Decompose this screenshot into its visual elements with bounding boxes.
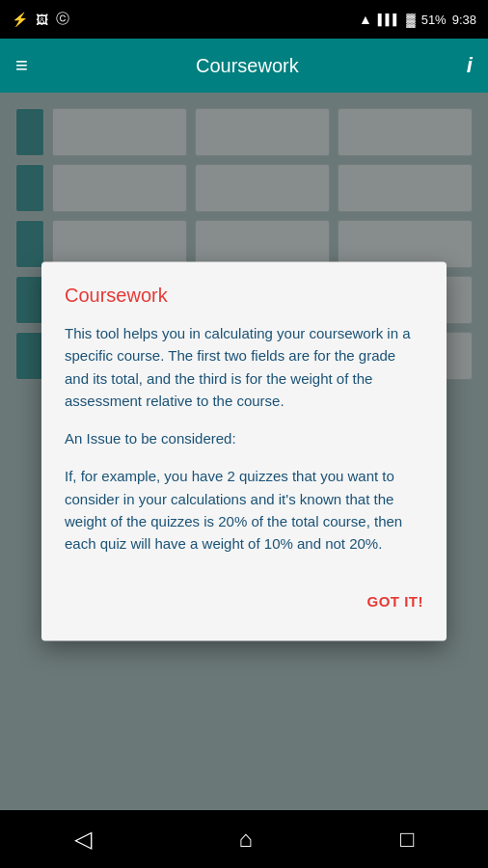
menu-button[interactable]: ≡ bbox=[15, 53, 28, 78]
app-bar-title: Coursework bbox=[196, 55, 299, 77]
image-icon: 🖼 bbox=[36, 13, 48, 27]
dialog-paragraph1: This tool helps you in calculating your … bbox=[65, 322, 423, 412]
dialog-subheading: An Issue to be considered: bbox=[65, 427, 423, 449]
dialog-actions: GOT IT! bbox=[65, 586, 423, 618]
time: 9:38 bbox=[452, 13, 476, 27]
got-it-button[interactable]: GOT IT! bbox=[367, 586, 424, 618]
battery-percent: 51% bbox=[421, 13, 447, 27]
main-content: Coursework This tool helps you in calcul… bbox=[0, 93, 488, 810]
android-icon: ⓒ bbox=[56, 11, 69, 28]
status-left-icons: ⚡ 🖼 ⓒ bbox=[12, 11, 69, 28]
info-button[interactable]: i bbox=[467, 53, 473, 78]
dialog-body: This tool helps you in calculating your … bbox=[65, 322, 423, 555]
dialog-paragraph2: If, for example, you have 2 quizzes that… bbox=[65, 466, 423, 556]
home-button[interactable]: ⌂ bbox=[239, 826, 254, 853]
app-bar: ≡ Coursework i bbox=[0, 39, 488, 93]
info-dialog: Coursework This tool helps you in calcul… bbox=[41, 261, 447, 640]
back-button[interactable]: ◁ bbox=[74, 826, 92, 853]
recents-button[interactable]: □ bbox=[400, 826, 415, 853]
dialog-title: Coursework bbox=[65, 285, 423, 307]
battery-icon: ▓ bbox=[406, 13, 415, 27]
signal-icon: ▌▌▌ bbox=[378, 14, 400, 25]
wifi-icon: ▲ bbox=[359, 12, 372, 27]
usb-icon: ⚡ bbox=[12, 12, 28, 27]
bottom-nav-bar: ◁ ⌂ □ bbox=[0, 810, 488, 868]
status-right-icons: ▲ ▌▌▌ ▓ 51% 9:38 bbox=[359, 12, 476, 27]
status-bar: ⚡ 🖼 ⓒ ▲ ▌▌▌ ▓ 51% 9:38 bbox=[0, 0, 488, 39]
